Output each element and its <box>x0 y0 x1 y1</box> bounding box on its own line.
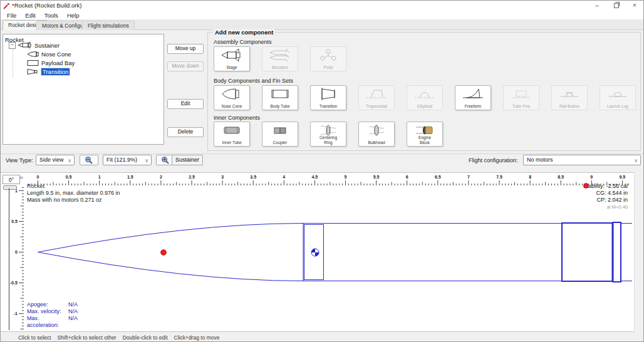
svg-text:2: 2 <box>160 175 162 179</box>
svg-text:7.5: 7.5 <box>496 175 502 179</box>
window-title: *Rocket (Rocket Build.ork) <box>12 2 81 9</box>
menu-help[interactable]: Help <box>63 12 83 19</box>
aft-edge-lines <box>621 224 632 281</box>
magnifier-plus-icon <box>160 156 170 165</box>
flight-configuration-select[interactable]: No motors∨ <box>523 155 641 165</box>
nose-cone-icon <box>27 51 39 57</box>
menu-tools[interactable]: Tools <box>41 12 62 19</box>
section-assembly-components: Assembly Components <box>214 39 272 45</box>
component-button-coupler[interactable]: Coupler <box>262 122 298 147</box>
component-button-inner-tube[interactable]: Inner Tube <box>214 122 250 147</box>
minimize-button[interactable]: – <box>590 1 604 10</box>
rotation-slider-handle[interactable] <box>3 185 17 190</box>
svg-text:3: 3 <box>221 175 224 179</box>
app-rocket-icon <box>3 3 10 9</box>
rocket-view-panel: View Type: Side view∨ Fit (121.9%)∨ Sust… <box>1 153 643 342</box>
view-type-select[interactable]: Side view∨ <box>36 155 75 165</box>
component-button-nose-cone[interactable]: Nose Cone <box>214 85 250 110</box>
stage-icon <box>221 48 243 65</box>
tube-fins-icon <box>510 87 532 103</box>
stability-info: Stability: -2.56 cal CG: 4.544 in CP: 2.… <box>583 183 628 210</box>
magnifier-minus-icon <box>84 156 94 165</box>
hint-shift-click: Shift+click to select other <box>57 334 116 341</box>
zoom-level-select[interactable]: Fit (121.9%)∨ <box>103 155 152 165</box>
delete-button[interactable]: Delete <box>167 127 204 137</box>
stage-rocket-icon <box>18 42 33 48</box>
cg-marker[interactable] <box>311 249 319 256</box>
svg-text:0: 0 <box>37 175 39 179</box>
component-button-launch-lug[interactable]: Launch Lug <box>600 85 636 110</box>
status-bar: Click to select Shift+click to select ot… <box>1 332 643 342</box>
component-button-elliptical[interactable]: Elliptical <box>407 85 443 110</box>
svg-text:1.5: 1.5 <box>127 175 133 179</box>
section-body-components: Body Components and Fin Sets <box>214 78 293 84</box>
add-new-component-panel: Add new component Assembly Components St… <box>207 32 641 151</box>
tree-connector-line <box>13 48 13 77</box>
svg-text:0.5: 0.5 <box>66 175 72 179</box>
payload-bay-outline <box>303 224 562 281</box>
svg-text:9: 9 <box>590 175 593 179</box>
tab-flight-simulations[interactable]: Flight simulations <box>82 21 135 30</box>
component-button-rail-button[interactable]: Rail Button <box>551 85 588 110</box>
svg-text:4: 4 <box>283 175 285 179</box>
component-button-trapezoidal[interactable]: Trapezoidal <box>358 85 395 110</box>
component-button-stage[interactable]: Stage <box>214 46 250 71</box>
tree-item-nose-cone[interactable]: Nose Cone <box>27 50 71 58</box>
chevron-down-icon: ∨ <box>145 156 148 165</box>
rotation-slider-track[interactable] <box>9 188 9 330</box>
pods-icon <box>317 48 340 65</box>
flight-stats: Apogee:N/A Max. velocity:N/A Max. accele… <box>27 301 78 329</box>
tree-item-payload-bay[interactable]: Payload Bay <box>27 59 75 66</box>
hint-click-select: Click to select <box>18 334 51 341</box>
cp-marker[interactable] <box>161 250 167 256</box>
inner-tube-icon <box>221 123 243 140</box>
component-button-tube-fins[interactable]: Tube Fins <box>503 85 539 110</box>
close-icon: × <box>633 2 636 9</box>
move-up-button[interactable]: Move up <box>167 44 204 54</box>
body-tube-icon <box>269 87 291 103</box>
svg-text:-0.5: -0.5 <box>10 281 18 285</box>
title-bar[interactable]: *Rocket (Rocket Build.ork) – × <box>1 1 643 11</box>
component-button-boosters[interactable]: Boosters <box>262 46 298 71</box>
rocket-drawing-canvas[interactable]: 00.511.522.533.544.555.566.577.588.599.5… <box>1 172 634 332</box>
collapse-icon[interactable]: − <box>9 42 16 49</box>
svg-text:2.5: 2.5 <box>189 175 195 179</box>
restore-button[interactable] <box>609 1 623 10</box>
move-down-button[interactable]: Move down <box>167 61 204 71</box>
component-button-transition[interactable]: Transition <box>310 85 346 110</box>
transition-icon <box>317 87 340 103</box>
chevron-down-icon: ∨ <box>68 156 71 165</box>
tree-item-transition[interactable]: Transition <box>27 68 70 75</box>
tree-item-sustainer[interactable]: − Sustainer <box>9 41 60 49</box>
nose-cone-outline <box>38 252 304 281</box>
elliptical-fin-icon <box>413 87 436 103</box>
component-button-freeform[interactable]: Freeform <box>455 85 491 110</box>
openrocket-window: *Rocket (Rocket Build.ork) – × File Edit… <box>0 0 644 342</box>
component-button-body-tube[interactable]: Body Tube <box>262 85 298 110</box>
selected-tree-label: Transition <box>41 68 70 75</box>
rocket-outline <box>38 222 633 282</box>
edit-button[interactable]: Edit <box>167 99 204 109</box>
svg-text:6.5: 6.5 <box>435 175 441 179</box>
bulkhead-icon <box>365 123 388 140</box>
component-button-bulkhead[interactable]: Bulkhead <box>358 122 395 147</box>
body-tube-icon <box>27 60 39 66</box>
rotation-angle-field[interactable]: 0° <box>3 175 20 184</box>
launch-lug-icon <box>606 87 629 103</box>
menu-edit[interactable]: Edit <box>21 12 39 19</box>
hint-double-click: Double-click to edit <box>123 334 168 341</box>
boosters-icon <box>269 48 291 65</box>
zoom-out-button[interactable] <box>80 155 98 165</box>
menu-file[interactable]: File <box>3 12 20 19</box>
svg-text:0.5: 0.5 <box>11 219 18 224</box>
vertical-scrollbar[interactable] <box>634 172 644 332</box>
stage-sustainer-toggle[interactable]: Sustainer <box>172 155 203 165</box>
component-button-engine-block[interactable]: Engine Block <box>407 122 443 147</box>
component-button-pods[interactable]: Pods <box>310 46 346 71</box>
component-button-centering-ring[interactable]: Centering Ring <box>310 122 346 147</box>
svg-text:-1: -1 <box>14 311 18 316</box>
chevron-down-icon: ∨ <box>634 156 638 165</box>
close-button[interactable]: × <box>628 1 641 10</box>
transition-aft-shoulder-outline <box>613 222 621 282</box>
minimize-icon: – <box>595 2 599 9</box>
